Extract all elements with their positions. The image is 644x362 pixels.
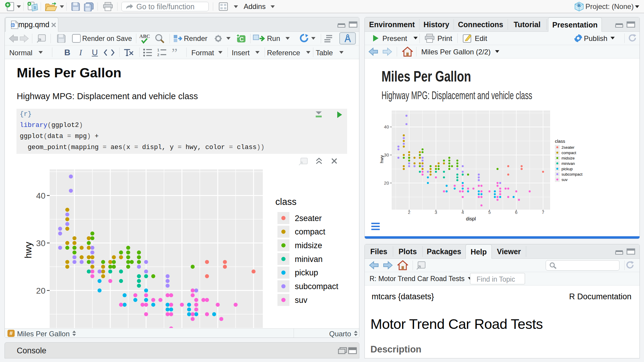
svg-text:40: 40 bbox=[36, 191, 45, 200]
svg-text:C: C bbox=[239, 36, 244, 42]
svg-text:minivan: minivan bbox=[561, 161, 575, 166]
svg-text:ABC: ABC bbox=[139, 33, 150, 39]
svg-text:R: R bbox=[577, 3, 581, 8]
svg-text:midsize: midsize bbox=[295, 241, 322, 250]
svg-text:hwy: hwy bbox=[23, 242, 33, 258]
svg-text:hwy: hwy bbox=[380, 155, 384, 163]
svg-text:20: 20 bbox=[384, 180, 389, 185]
svg-text:2: 2 bbox=[408, 210, 410, 215]
svg-text:pickup: pickup bbox=[561, 167, 573, 171]
svg-text:subcompact: subcompact bbox=[295, 282, 338, 291]
svg-text:40: 40 bbox=[384, 124, 389, 129]
svg-text:1: 1 bbox=[157, 48, 159, 52]
svg-text:2seater: 2seater bbox=[295, 214, 322, 223]
svg-text:class: class bbox=[555, 139, 565, 144]
svg-text:suv: suv bbox=[561, 177, 568, 182]
svg-text:subcompact: subcompact bbox=[561, 172, 582, 177]
svg-text:minivan: minivan bbox=[295, 255, 323, 264]
svg-text:5: 5 bbox=[488, 210, 491, 215]
svg-text:3: 3 bbox=[435, 210, 437, 215]
svg-text:displ: displ bbox=[466, 216, 476, 221]
svg-text:compact: compact bbox=[561, 151, 576, 155]
svg-text:class: class bbox=[275, 197, 297, 207]
svg-text:midsize: midsize bbox=[561, 156, 575, 160]
svg-text:compact: compact bbox=[295, 227, 326, 236]
svg-text:30: 30 bbox=[384, 152, 389, 157]
svg-text:6: 6 bbox=[515, 210, 518, 215]
svg-text:pickup: pickup bbox=[295, 268, 318, 277]
svg-text:4: 4 bbox=[461, 210, 464, 215]
svg-text:7: 7 bbox=[542, 210, 544, 215]
svg-text:R: R bbox=[33, 5, 36, 10]
svg-text:2: 2 bbox=[157, 53, 159, 57]
svg-text:2seater: 2seater bbox=[561, 145, 575, 150]
svg-text:20: 20 bbox=[36, 286, 45, 295]
svg-text:30: 30 bbox=[36, 239, 45, 248]
svg-text:suv: suv bbox=[295, 296, 308, 305]
